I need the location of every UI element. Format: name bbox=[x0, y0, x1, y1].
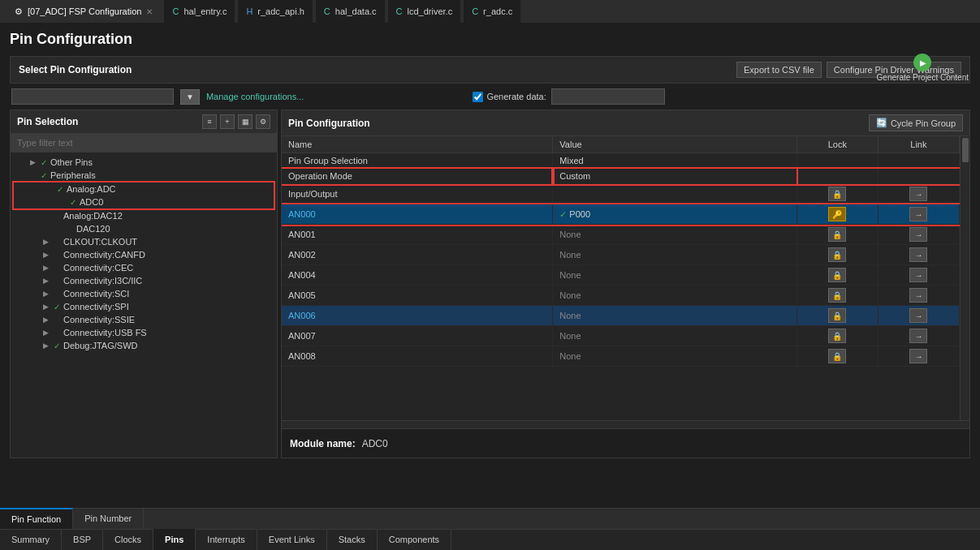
lock-icon-an008[interactable]: 🔒 bbox=[828, 349, 846, 363]
table-row-an004[interactable]: AN004 None 🔒 → bbox=[282, 265, 960, 286]
check-icon: ✓ bbox=[41, 158, 47, 167]
arrow-icon-an000[interactable]: → bbox=[909, 207, 927, 221]
table-row[interactable]: Pin Group Selection Mixed bbox=[282, 153, 960, 169]
lock-icon-an007[interactable]: 🔒 bbox=[828, 329, 846, 343]
row-an008-value: None bbox=[553, 346, 797, 367]
tab-close-fsp[interactable]: ✕ bbox=[146, 7, 153, 16]
select-pin-config-label: Select Pin Configuration bbox=[19, 64, 132, 75]
tree-item-spi[interactable]: ▶ ✓ Connectivity:SPI bbox=[11, 300, 277, 313]
tab-r-adc-api[interactable]: H r_adc_api.h bbox=[238, 0, 312, 23]
scroll-thumb bbox=[962, 138, 969, 162]
lock-icon-an001[interactable]: 🔒 bbox=[828, 227, 846, 242]
tab-interrupts[interactable]: Interrupts bbox=[196, 529, 257, 550]
cycle-icon: 🔄 bbox=[876, 118, 887, 128]
tab-event-links[interactable]: Event Links bbox=[257, 529, 327, 550]
table-row-operation[interactable]: Operation Mode Custom bbox=[282, 169, 960, 184]
table-scroll-area[interactable]: Name Value Lock Link Pin Group Selection… bbox=[282, 136, 960, 420]
arrow-icon-usb: ▶ bbox=[43, 329, 49, 337]
tree-item-ssie[interactable]: ▶ ✓ Connectivity:SSIE bbox=[11, 313, 277, 326]
table-row-an005[interactable]: AN005 None 🔒 → bbox=[282, 286, 960, 306]
arrow-icon-an002[interactable]: → bbox=[909, 247, 927, 262]
arrow-icon-io[interactable]: → bbox=[909, 187, 927, 201]
table-row-an000[interactable]: AN000 ✓ P000 🔑 → bbox=[282, 204, 960, 225]
tab-clocks[interactable]: Clocks bbox=[103, 529, 153, 550]
right-scrollbar[interactable] bbox=[960, 136, 969, 420]
row-io-link: → bbox=[878, 184, 959, 204]
tab-r-adc[interactable]: C r_adc.c bbox=[464, 0, 520, 23]
arrow-icon-an006[interactable]: → bbox=[909, 308, 927, 323]
arrow-icon-an001[interactable]: → bbox=[909, 227, 927, 242]
tree-item-peripherals[interactable]: ▶ ✓ Peripherals bbox=[11, 169, 277, 182]
row-pin-group-name: Pin Group Selection bbox=[282, 153, 553, 169]
lock-icon-an005[interactable]: 🔒 bbox=[828, 288, 846, 303]
export-csv-button[interactable]: Export to CSV file bbox=[736, 62, 822, 78]
col-value: Value bbox=[553, 136, 797, 153]
tree-item-jtag[interactable]: ▶ ✓ Debug:JTAG/SWD bbox=[11, 339, 277, 352]
tree-item-dac120[interactable]: ▶ ✓ DAC120 bbox=[11, 222, 277, 235]
table-row-an001[interactable]: AN001 None 🔒 → bbox=[282, 225, 960, 245]
tree-item-i3c[interactable]: ▶ ✓ Connectivity:I3C/IIC bbox=[11, 274, 277, 287]
tree-item-adc0[interactable]: ▶ ✓ ADC0 bbox=[14, 196, 274, 208]
tree-item-usb-fs[interactable]: ▶ ✓ Connectivity:USB FS bbox=[11, 326, 277, 339]
table-row-an002[interactable]: AN002 None 🔒 → bbox=[282, 245, 960, 265]
lock-icon-an000[interactable]: 🔑 bbox=[828, 207, 846, 221]
col-link: Link bbox=[878, 136, 959, 153]
generate-data-checkbox[interactable] bbox=[473, 92, 483, 102]
tree-item-sci[interactable]: ▶ ✓ Connectivity:SCI bbox=[11, 287, 277, 300]
row-an007-value: None bbox=[553, 326, 797, 346]
generate-data-input[interactable]: g_bsp_pin_cfg bbox=[551, 88, 665, 105]
check-icon-adc: ✓ bbox=[57, 185, 63, 194]
tab-hal-data[interactable]: C hal_data.c bbox=[316, 0, 385, 23]
row-an005-value: None bbox=[553, 286, 797, 306]
tree-item-cec[interactable]: ▶ ✓ Connectivity:CEC bbox=[11, 261, 277, 274]
config-file-input[interactable]: R7FA4E2B93CFM.pincfg bbox=[11, 88, 174, 105]
filter-input[interactable] bbox=[11, 134, 277, 153]
collapse-all-button[interactable]: ≡ bbox=[202, 114, 217, 129]
lock-icon-io[interactable]: 🔒 bbox=[828, 187, 846, 201]
generate-data-checkbox-label[interactable]: Generate data: bbox=[473, 92, 546, 102]
arrow-icon-an004[interactable]: → bbox=[909, 268, 927, 282]
page-title: Pin Configuration bbox=[10, 31, 970, 48]
tree-item-other-pins[interactable]: ▶ ✓ Other Pins bbox=[11, 156, 277, 169]
lock-icon-an004[interactable]: 🔒 bbox=[828, 268, 846, 282]
row-an008-name: AN008 bbox=[282, 346, 553, 367]
tab-lcd-driver[interactable]: C lcd_driver.c bbox=[388, 0, 461, 23]
lock-icon-an002[interactable]: 🔒 bbox=[828, 247, 846, 262]
check-icon-jtag: ✓ bbox=[54, 342, 60, 350]
tab-stacks[interactable]: Stacks bbox=[327, 529, 378, 550]
left-panel: Pin Selection ≡ + ▦ ⚙ ▶ ✓ Other Pins bbox=[10, 110, 278, 458]
table-row-an006[interactable]: AN006 None 🔒 → bbox=[282, 306, 960, 326]
tab-summary[interactable]: Summary bbox=[0, 529, 62, 550]
table-row-an007[interactable]: AN007 None 🔒 → bbox=[282, 326, 960, 346]
c-file-icon-3: C bbox=[396, 6, 403, 16]
lock-icon-an006[interactable]: 🔒 bbox=[828, 308, 846, 323]
tab-pin-number[interactable]: Pin Number bbox=[73, 508, 144, 529]
arrow-icon-an005[interactable]: → bbox=[909, 288, 927, 303]
tree-item-dac12[interactable]: ▶ ✓ Analog:DAC12 bbox=[11, 209, 277, 222]
tree-item-canfd[interactable]: ▶ ✓ Connectivity:CANFD bbox=[11, 248, 277, 261]
generate-project-button[interactable]: Generate Project Content bbox=[877, 54, 969, 82]
tab-hal-entry[interactable]: C hal_entry.c bbox=[164, 0, 235, 23]
cycle-pin-group-button[interactable]: 🔄 Cycle Pin Group bbox=[869, 114, 963, 131]
config-dropdown-button[interactable]: ▼ bbox=[180, 89, 200, 105]
config-row: R7FA4E2B93CFM.pincfg ▼ Manage configurat… bbox=[10, 88, 970, 105]
nav-tabs: Summary BSP Clocks Pins Interrupts Event… bbox=[0, 529, 980, 550]
tab-fsp[interactable]: ⚙ [07_ADC] FSP Configuration ✕ bbox=[6, 0, 161, 23]
tab-bsp[interactable]: BSP bbox=[62, 529, 103, 550]
row-op-mode-value: Custom bbox=[553, 169, 797, 184]
filter-button[interactable]: ▦ bbox=[238, 114, 253, 129]
settings-icon-btn[interactable]: ⚙ bbox=[256, 114, 270, 129]
tree-item-clkout[interactable]: ▶ ✓ CLKOUT:CLKOUT bbox=[11, 235, 277, 248]
tree-item-analog-adc[interactable]: ▶ ✓ Analog:ADC bbox=[14, 183, 274, 196]
expand-button[interactable]: + bbox=[220, 114, 235, 129]
arrow-icon-an008[interactable]: → bbox=[909, 349, 927, 363]
horizontal-scrollbar[interactable] bbox=[282, 420, 969, 428]
manage-configurations-link[interactable]: Manage configurations... bbox=[206, 92, 304, 101]
tab-pin-function[interactable]: Pin Function bbox=[0, 508, 73, 529]
table-wrapper: Name Value Lock Link Pin Group Selection… bbox=[282, 136, 969, 420]
arrow-icon-an007[interactable]: → bbox=[909, 329, 927, 343]
table-row-io[interactable]: Input/Output 🔒 → bbox=[282, 184, 960, 204]
table-row-an008[interactable]: AN008 None 🔒 → bbox=[282, 346, 960, 367]
tab-pins[interactable]: Pins bbox=[153, 529, 196, 550]
tab-components[interactable]: Components bbox=[378, 529, 451, 550]
